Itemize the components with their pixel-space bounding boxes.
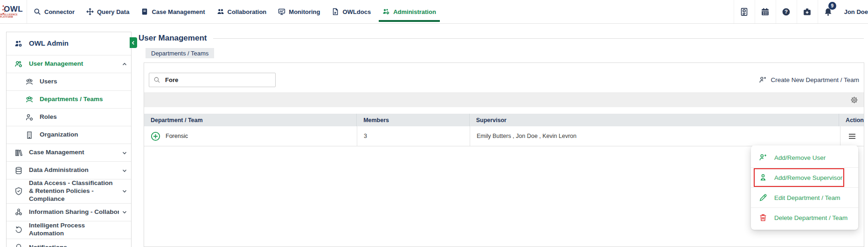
people-icon: [217, 8, 224, 15]
nav-label: Monitoring: [289, 8, 320, 15]
title-divider: [213, 38, 864, 39]
database-icon: [14, 166, 23, 175]
chevron-down-icon[interactable]: [122, 168, 127, 173]
nav-label: Connector: [44, 8, 75, 15]
nav-label: OWLdocs: [342, 8, 371, 15]
svg-text:?: ?: [785, 9, 788, 14]
sidebar-item-label: Data Access - Classification & Retention…: [29, 179, 119, 203]
chevron-up-icon[interactable]: [122, 62, 127, 67]
column-header-members[interactable]: Members: [357, 114, 470, 126]
row-actions-context-menu: Add/Remove User Add/Remove Supervisor Ed…: [751, 145, 858, 230]
nav-item-owldocs[interactable]: OWLdocs: [332, 0, 371, 23]
row-actions-menu-icon[interactable]: [848, 133, 856, 139]
chevron-down-icon[interactable]: [122, 150, 127, 156]
expand-row-icon[interactable]: [151, 131, 160, 141]
search-icon: [153, 76, 160, 83]
sidebar-item-users[interactable]: Users: [7, 73, 131, 91]
sidebar-item-case-management[interactable]: Case Management: [7, 144, 131, 162]
nav-label: Case Management: [152, 8, 205, 15]
notifications-button[interactable]: 9: [818, 0, 839, 23]
user-menu[interactable]: Jon Doe: [844, 8, 868, 15]
sidebar-item-label: Notifications: [29, 244, 67, 247]
calendar-button[interactable]: [755, 0, 776, 23]
tab-departments-teams[interactable]: Departments / Teams: [146, 48, 214, 58]
column-header-action: Action: [839, 114, 864, 126]
main-nav: Connector Query Data Case Management Col…: [34, 0, 436, 23]
nav-item-collaboration[interactable]: Collaboration: [217, 0, 267, 23]
search-input[interactable]: [164, 76, 271, 84]
menu-item-delete-department[interactable]: Delete Department / Team: [751, 207, 858, 227]
owl-logo[interactable]: OWL INTELLIGENCE PLATFORM: [0, 0, 27, 23]
supervisor-cell: Emily Butters , Jon Doe , Kevin Levron: [470, 126, 840, 146]
create-department-label: Create New Department / Team: [771, 76, 859, 83]
sidebar-header-label: OWL Admin: [29, 39, 69, 48]
sidebar-item-label: User Management: [29, 60, 83, 68]
users-gear-icon: [14, 40, 23, 48]
report-icon: [740, 7, 749, 16]
menu-item-add-remove-user[interactable]: Add/Remove User: [751, 148, 858, 167]
library-icon: [14, 149, 23, 157]
nav-item-monitoring[interactable]: Monitoring: [278, 0, 320, 23]
sidebar-item-label: Information Sharing - Collaboration: [29, 208, 119, 216]
column-header-supervisor[interactable]: Supervisor: [470, 114, 839, 126]
history-icon: [14, 226, 23, 234]
menu-item-label: Delete Department / Team: [774, 214, 847, 221]
table-header-row: Department / Team Members Supervisor Act…: [144, 114, 864, 126]
panel-toolbar: Create New Department / Team: [149, 73, 859, 87]
gear-icon[interactable]: [850, 96, 858, 104]
menu-item-label: Add/Remove Supervisor: [774, 174, 842, 181]
toolbox-icon: [803, 7, 812, 16]
team-icon: [25, 96, 34, 104]
person-gear-icon: [25, 113, 34, 122]
sidebar-item-data-administration[interactable]: Data Administration: [7, 162, 131, 179]
help-button[interactable]: ?: [776, 0, 797, 23]
sidebar-item-label: Case Management: [29, 149, 84, 157]
sidebar-item-departments-teams[interactable]: Departments / Teams: [7, 91, 131, 109]
nav-label: Administration: [393, 8, 436, 15]
sidebar-item-intelligent-process-automation[interactable]: Intelligent Process Automation: [7, 221, 131, 239]
page-title-row: User Management: [139, 34, 864, 43]
members-cell: 3: [357, 126, 470, 146]
table-row[interactable]: Forensic 3 Emily Butters , Jon Doe , Kev…: [144, 126, 864, 146]
chevron-down-icon[interactable]: [122, 188, 127, 194]
menu-item-label: Edit Department / Team: [774, 194, 840, 201]
toolbox-button[interactable]: [797, 0, 818, 23]
nav-label: Query Data: [97, 8, 129, 15]
logo-text: OWL: [4, 5, 23, 13]
sidebar-item-data-access-compliance[interactable]: Data Access - Classification & Retention…: [7, 179, 131, 204]
supervisor-icon: [759, 173, 767, 182]
page-title: User Management: [139, 34, 207, 43]
audit-report-button[interactable]: [734, 0, 755, 23]
nav-item-administration[interactable]: Administration: [382, 0, 436, 23]
sidebar-item-user-management[interactable]: User Management: [7, 55, 131, 73]
user-plus-icon: [759, 76, 767, 84]
building-icon: [25, 131, 34, 139]
sidebar-item-notifications[interactable]: Notifications: [7, 239, 131, 247]
menu-item-edit-department[interactable]: Edit Department / Team: [751, 187, 858, 207]
sidebar-item-label: Departments / Teams: [40, 96, 103, 103]
sidebar-item-organization[interactable]: Organization: [7, 126, 131, 144]
sidebar-collapse-button[interactable]: [130, 37, 137, 48]
sidebar-item-roles[interactable]: Roles: [7, 109, 131, 126]
document-icon: [332, 8, 339, 15]
search-icon: [34, 8, 41, 15]
column-header-department[interactable]: Department / Team: [144, 114, 357, 126]
admin-users-gear-icon: [382, 8, 390, 15]
nav-item-connector[interactable]: Connector: [34, 0, 75, 23]
help-icon: ?: [782, 7, 791, 16]
topbar-actions: ? 9 Jon Doe: [734, 0, 868, 23]
nav-label: Collaboration: [228, 8, 267, 15]
search-box[interactable]: [149, 73, 276, 87]
create-department-button[interactable]: Create New Department / Team: [759, 76, 859, 84]
nav-item-query-data[interactable]: Query Data: [86, 0, 129, 23]
sidebar-item-information-sharing[interactable]: Information Sharing - Collaboration: [7, 204, 131, 221]
menu-item-add-remove-supervisor[interactable]: Add/Remove Supervisor: [751, 167, 858, 187]
monitor-chart-icon: [278, 8, 285, 15]
journal-icon: [141, 8, 148, 15]
department-name: Forensic: [166, 133, 188, 139]
sidebar-item-label: Users: [40, 78, 57, 86]
users-gear-icon: [14, 60, 23, 69]
chevron-down-icon[interactable]: [122, 209, 127, 215]
table-settings-bar: [144, 92, 864, 107]
nav-item-case-management[interactable]: Case Management: [141, 0, 205, 23]
